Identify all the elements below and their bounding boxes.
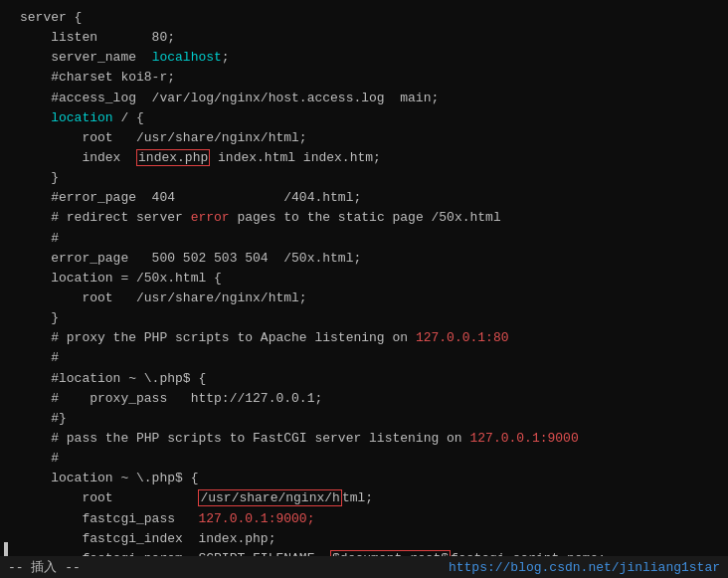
cursor-indicator xyxy=(4,542,8,556)
code-line: location ~ \.php$ { xyxy=(20,469,716,488)
code-line: fastcgi_pass 127.0.0.1:9000; xyxy=(20,509,716,529)
code-line: # redirect server error pages to the sta… xyxy=(20,208,716,228)
url-link: https://blog.csdn.net/jinliang1star xyxy=(449,560,720,575)
code-line: #charset koi8-r; xyxy=(20,68,716,88)
code-line: listen 80; xyxy=(20,28,716,48)
code-line: #access_log /var/log/nginx/host.access.l… xyxy=(20,89,716,108)
code-line: server { xyxy=(20,8,716,28)
code-line: # xyxy=(20,348,716,368)
code-line: # xyxy=(20,449,716,469)
code-line: root /usr/share/nginx/html; xyxy=(20,128,716,148)
code-line: error_page 500 502 503 504 /50x.html; xyxy=(20,249,716,269)
code-line: location = /50x.html { xyxy=(20,269,716,289)
code-line: # proxy the PHP scripts to Apache listen… xyxy=(20,328,716,348)
code-editor: server { listen 80; server_name localhos… xyxy=(0,0,728,578)
code-line: #location ~ \.php$ { xyxy=(20,369,716,389)
code-line: root /usr/share/nginx/html; xyxy=(20,289,716,308)
code-line: #} xyxy=(20,409,716,429)
code-line: } xyxy=(20,168,716,188)
code-line: root /usr/share/nginx/html; xyxy=(20,488,716,508)
code-line: # pass the PHP scripts to FastCGI server… xyxy=(20,429,716,449)
code-line: # xyxy=(20,229,716,249)
code-line: fastcgi_index index.php; xyxy=(20,529,716,549)
status-bar: -- 插入 -- https://blog.csdn.net/jinliang1… xyxy=(0,556,728,578)
code-line: server_name localhost; xyxy=(20,48,716,68)
code-line: } xyxy=(20,308,716,328)
code-line: location / { xyxy=(20,108,716,128)
code-line: #error_page 404 /404.html; xyxy=(20,188,716,208)
editor-mode: -- 插入 -- xyxy=(8,558,81,576)
code-line: index index.php index.html index.htm; xyxy=(20,148,716,168)
code-line: # proxy_pass http://127.0.0.1; xyxy=(20,389,716,409)
